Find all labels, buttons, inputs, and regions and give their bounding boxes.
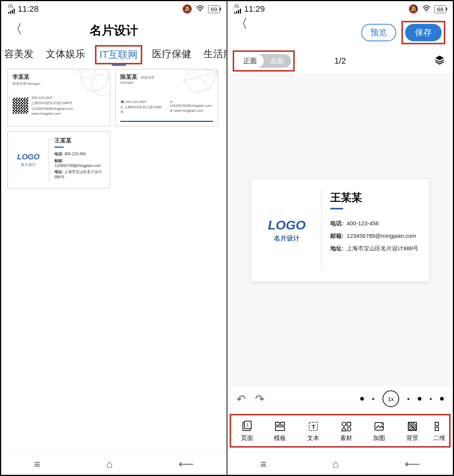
category-tabs: 容美发 文体娱乐 IT互联网 医疗保健 生活服 <box>1 43 227 69</box>
qr-icon <box>434 421 445 432</box>
zoom-level[interactable]: 1x <box>382 390 399 407</box>
svg-rect-14 <box>347 422 351 426</box>
back-icon[interactable]: 〈 <box>235 15 248 33</box>
save-highlight: 保存 <box>401 21 445 44</box>
tool-template[interactable]: 模板 <box>266 421 294 442</box>
tool-text[interactable]: T 文本 <box>300 421 327 442</box>
back-icon[interactable]: 〈 <box>9 20 22 38</box>
front-side-button[interactable]: 正面 <box>236 54 264 68</box>
editor-header: 〈 预览 保存 <box>227 16 453 48</box>
bell-off-icon: 🔕 <box>408 4 418 14</box>
text-icon: T <box>308 421 319 432</box>
svg-rect-8 <box>275 422 279 425</box>
tab-it-internet[interactable]: IT互联网 <box>97 47 140 62</box>
tab-entertainment[interactable]: 文体娱乐 <box>46 47 85 62</box>
bell-off-icon: 🔕 <box>182 4 192 14</box>
status-time: 11:29 <box>244 4 265 14</box>
header: 〈 名片设计 <box>1 16 227 43</box>
tab-beauty[interactable]: 容美发 <box>4 47 34 62</box>
battery-icon: 68 <box>434 5 446 13</box>
battery-icon: 69 <box>208 5 220 13</box>
svg-point-3 <box>79 69 95 78</box>
status-bar: 2G 11:29 🔕 68 <box>227 1 453 16</box>
editor-canvas[interactable]: LOGO 名片设计 王某某 电话: 400-123-456 邮箱: 123456… <box>227 74 453 387</box>
svg-point-1 <box>81 69 108 91</box>
template-icon <box>274 421 286 432</box>
logo-text: LOGO <box>17 153 40 161</box>
zoom-bar: ↶ ↷ 1x <box>227 387 453 414</box>
svg-text:T: T <box>312 423 315 430</box>
undo-icon[interactable]: ↶ <box>236 392 246 406</box>
polygon-decoration-icon <box>168 69 218 104</box>
status-time: 11:28 <box>18 4 39 14</box>
svg-rect-20 <box>435 427 438 431</box>
bottom-tools: 1 页面 模板 T 文本 素材 + 加图 背景 <box>233 421 447 442</box>
system-nav: ≡ ⌂ ⟵ <box>227 452 453 475</box>
tab-medical[interactable]: 医疗保健 <box>152 47 191 62</box>
template-card-3[interactable]: LOGO 名片设计 王某某 电话: 400-123-456 邮箱: 123456… <box>7 131 110 189</box>
page-icon: 1 <box>241 421 253 432</box>
preview-button[interactable]: 预览 <box>361 24 396 41</box>
svg-rect-10 <box>275 427 285 431</box>
layers-icon[interactable] <box>434 54 445 68</box>
tools-highlight: 1 页面 模板 T 文本 素材 + 加图 背景 <box>230 414 451 448</box>
side-toggle-bar: 正面 反面 1/2 <box>227 48 453 74</box>
tool-page[interactable]: 1 页面 <box>233 421 261 442</box>
card-logo-sub[interactable]: 名片设计 <box>274 234 300 243</box>
image-icon: + <box>373 421 385 432</box>
zoom-slider[interactable]: 1x <box>360 390 444 407</box>
qr-code-icon <box>12 98 28 114</box>
svg-rect-15 <box>347 428 351 431</box>
page-indicator: 1/2 <box>334 56 346 66</box>
menu-icon[interactable]: ≡ <box>34 458 40 470</box>
save-button[interactable]: 保存 <box>405 24 442 41</box>
card-name[interactable]: 王某某 <box>330 190 420 205</box>
right-screen: 2G 11:29 🔕 68 〈 预览 保存 正面 反面 <box>227 0 454 476</box>
redo-icon[interactable]: ↷ <box>255 392 264 406</box>
svg-point-13 <box>342 422 346 426</box>
svg-rect-9 <box>281 422 285 425</box>
template-card-2[interactable]: 陈某某 研发经理 Manager ☎ 400-123-4567 ⚲ 上海市XX区… <box>115 69 218 126</box>
side-toggle-highlight: 正面 反面 <box>233 50 295 72</box>
element-icon <box>340 421 352 432</box>
tool-element[interactable]: 素材 <box>333 421 360 442</box>
template-card-1[interactable]: 李某某 研发经理 Manager 400-123-4567 上海市XX区名片设计… <box>7 69 110 126</box>
signal-icon: 2G <box>234 5 241 14</box>
wifi-icon <box>422 4 431 14</box>
circles-decoration-icon <box>61 69 110 104</box>
back-nav-icon[interactable]: ⟵ <box>405 458 420 470</box>
card-logo-text[interactable]: LOGO <box>268 218 306 233</box>
wifi-icon <box>196 4 204 14</box>
home-icon[interactable]: ⌂ <box>106 458 113 470</box>
back-nav-icon[interactable]: ⟵ <box>179 458 194 470</box>
svg-point-0 <box>200 11 201 12</box>
page-title: 名片设计 <box>90 23 138 37</box>
status-bar: 2G 11:28 🔕 69 <box>1 1 227 16</box>
tool-background[interactable]: 背景 <box>399 421 426 442</box>
menu-icon[interactable]: ≡ <box>260 458 266 470</box>
tool-qr[interactable]: 二维 <box>432 421 447 442</box>
back-side-button[interactable]: 反面 <box>264 54 291 68</box>
side-toggle[interactable]: 正面 反面 <box>236 54 291 68</box>
left-screen: 2G 11:28 🔕 69 〈 名片设计 容美发 文体娱乐 IT互联网 医疗保健… <box>0 0 227 476</box>
template-grid: 李某某 研发经理 Manager 400-123-4567 上海市XX区名片设计… <box>1 69 227 189</box>
svg-text:+: + <box>381 421 383 426</box>
svg-text:1: 1 <box>246 423 249 427</box>
system-nav: ≡ ⌂ ⟵ <box>1 452 227 475</box>
svg-rect-19 <box>435 422 438 426</box>
signal-icon: 2G <box>8 5 15 14</box>
tool-image[interactable]: + 加图 <box>365 421 393 442</box>
svg-point-2 <box>92 74 110 95</box>
svg-point-4 <box>426 11 427 12</box>
tab-life[interactable]: 生活服 <box>204 47 227 62</box>
home-icon[interactable]: ⌂ <box>333 458 339 470</box>
business-card[interactable]: LOGO 名片设计 王某某 电话: 400-123-456 邮箱: 123456… <box>251 179 429 281</box>
background-icon <box>407 421 418 432</box>
